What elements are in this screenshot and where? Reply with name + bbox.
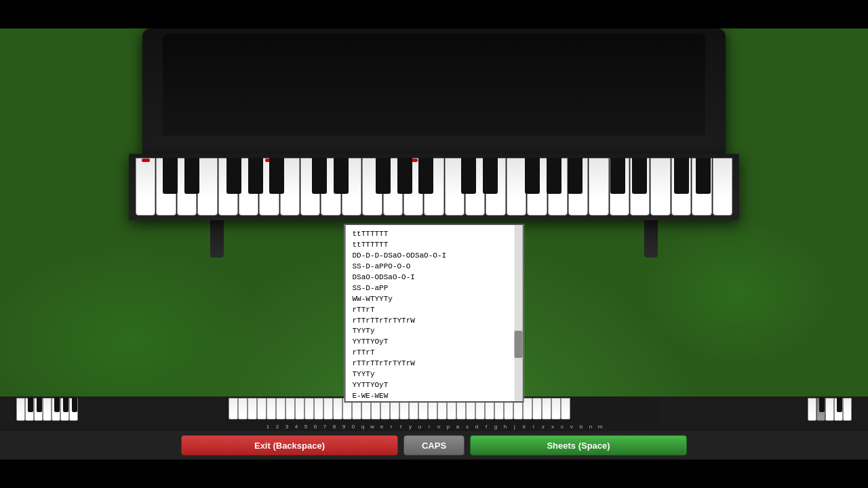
sheet-line: E-WE-WEW — [353, 391, 516, 401]
bottom-white-key[interactable] — [16, 398, 25, 421]
key-label: q — [358, 424, 368, 430]
key-label: o — [434, 424, 443, 430]
center-key[interactable] — [333, 398, 342, 420]
key-label: h — [500, 424, 510, 430]
center-key[interactable] — [285, 398, 295, 420]
white-key[interactable] — [713, 158, 732, 216]
sheet-content[interactable]: ttTTTTTTttTTTTTTDD-D-D-DSaO-ODSaO-O-ISS-… — [346, 225, 523, 401]
center-key[interactable] — [532, 398, 542, 420]
white-key[interactable] — [259, 158, 279, 216]
bottom-white-key[interactable] — [34, 398, 43, 421]
white-key[interactable] — [239, 158, 258, 216]
white-key[interactable] — [445, 158, 465, 216]
center-key[interactable] — [238, 398, 248, 420]
center-key[interactable] — [248, 398, 257, 420]
white-key[interactable] — [197, 158, 217, 216]
center-key[interactable] — [304, 398, 314, 420]
white-key[interactable] — [568, 158, 588, 216]
sheets-button[interactable]: Sheets (Space) — [470, 435, 687, 455]
key-label: m — [595, 424, 605, 430]
white-key[interactable] — [465, 158, 485, 216]
white-key[interactable] — [671, 158, 691, 216]
sheet-line: TYYTy — [353, 326, 516, 337]
white-key[interactable] — [321, 158, 340, 216]
white-key[interactable] — [424, 158, 443, 216]
red-indicator — [410, 159, 418, 162]
bottom-white-key[interactable] — [834, 398, 843, 421]
action-buttons: Exit (Backspace) CAPS Sheets (Space) — [0, 431, 868, 460]
key-label: v — [567, 424, 576, 430]
bottom-white-key[interactable] — [69, 398, 78, 421]
caps-button[interactable]: CAPS — [403, 435, 465, 455]
sheet-line: TYYTy — [353, 369, 516, 380]
piano-keys-body — [129, 154, 739, 220]
key-label: e — [377, 424, 387, 430]
key-label: l — [529, 424, 538, 430]
center-key[interactable] — [276, 398, 285, 420]
key-label: w — [368, 424, 377, 430]
sheet-line: SS-D-aPP — [353, 283, 516, 294]
white-key[interactable] — [486, 158, 505, 216]
white-key[interactable] — [218, 158, 238, 216]
white-key[interactable] — [527, 158, 547, 216]
bottom-white-key[interactable] — [52, 398, 60, 421]
center-key[interactable] — [523, 398, 532, 420]
key-label: 4 — [292, 424, 301, 430]
white-key[interactable] — [177, 158, 197, 216]
white-key[interactable] — [383, 158, 403, 216]
center-key[interactable] — [257, 398, 267, 420]
white-key[interactable] — [362, 158, 382, 216]
center-key[interactable] — [229, 398, 238, 420]
white-key[interactable] — [548, 158, 568, 216]
white-key[interactable] — [650, 158, 670, 216]
scrollbar-thumb[interactable] — [515, 331, 523, 358]
bottom-white-key[interactable] — [825, 398, 834, 421]
white-key[interactable] — [507, 158, 526, 216]
bottom-white-key[interactable] — [25, 398, 34, 421]
white-key[interactable] — [630, 158, 650, 216]
white-key[interactable] — [403, 158, 423, 216]
white-key[interactable] — [156, 158, 176, 216]
key-label: 0 — [349, 424, 358, 430]
piano-white-keys — [136, 158, 732, 218]
center-key[interactable] — [295, 398, 304, 420]
sheet-line: DD-D-D-DSaO-ODSaO-O-I — [353, 251, 516, 262]
bottom-keys-right — [805, 396, 854, 422]
key-label: 5 — [301, 424, 311, 430]
bottom-white-key[interactable] — [808, 398, 816, 421]
sheet-popup: ttTTTTTTttTTTTTTDD-D-D-DSaO-ODSaO-O-ISS-… — [344, 224, 524, 403]
scrollbar[interactable] — [515, 225, 523, 401]
sheet-line: DSaO-ODSaO-O-I — [353, 272, 516, 283]
center-key[interactable] — [542, 398, 551, 420]
key-label: f — [481, 424, 491, 430]
white-key[interactable] — [692, 158, 711, 216]
bottom-white-key[interactable] — [43, 398, 52, 421]
game-scene: ttTTTTTTttTTTTTTDD-D-D-DSaO-ODSaO-O-ISS-… — [0, 0, 868, 488]
key-label: 3 — [282, 424, 292, 430]
piano-leg-right — [644, 220, 658, 258]
sheet-line: rTTrT — [353, 348, 516, 359]
exit-button[interactable]: Exit (Backspace) — [181, 435, 398, 455]
key-labels-row: 1234567890qwertyuiopasdfghjklzxcvbnm — [0, 422, 868, 431]
key-label: y — [406, 424, 415, 430]
white-key[interactable] — [280, 158, 300, 216]
white-key[interactable] — [610, 158, 629, 216]
center-key[interactable] — [561, 398, 570, 420]
center-key[interactable] — [314, 398, 323, 420]
white-key[interactable] — [342, 158, 361, 216]
white-key[interactable] — [136, 158, 155, 216]
white-key[interactable] — [300, 158, 320, 216]
white-key[interactable] — [589, 158, 608, 216]
center-key[interactable] — [551, 398, 561, 420]
center-key[interactable] — [323, 398, 333, 420]
key-label: c — [557, 424, 567, 430]
piano-lid-inner — [163, 34, 705, 136]
sheet-line: rTTrTTrTrTYTrW — [353, 359, 516, 369]
bottom-white-key[interactable] — [843, 398, 852, 421]
bottom-white-key[interactable] — [60, 398, 69, 421]
key-label: p — [443, 424, 453, 430]
red-indicator — [142, 159, 150, 162]
center-key[interactable] — [267, 398, 276, 420]
red-indicator — [265, 159, 273, 162]
bottom-gray-key[interactable] — [816, 398, 825, 421]
